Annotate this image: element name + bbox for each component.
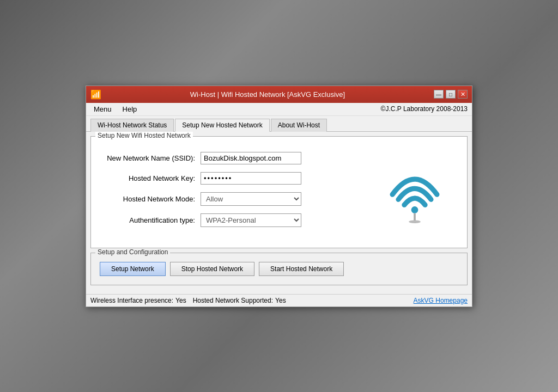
mode-label: Hosted Network Mode:: [100, 195, 201, 203]
auth-label: Authentification type:: [100, 216, 201, 224]
statusbar: Wireless Interface presence: Yes Hosted …: [86, 294, 472, 307]
tab-network-status[interactable]: Wi-Host Network Status: [90, 119, 174, 132]
menubar: Menu Help ©J.C.P Laboratory 2008-2013: [86, 103, 472, 116]
main-content: Setup New Wifi Hosted Network New Networ…: [86, 132, 472, 294]
svg-point-2: [409, 220, 421, 223]
hosted-supported-value: Yes: [275, 297, 286, 304]
mode-select[interactable]: Allow Disallow: [201, 192, 301, 206]
close-button[interactable]: ✕: [458, 90, 468, 99]
mode-row: Hosted Network Mode: Allow Disallow: [100, 192, 360, 206]
buttons-row: Setup Network Stop Hosted Network Start …: [100, 260, 458, 276]
password-label: Hosted Network Key:: [100, 174, 201, 182]
stop-hosted-network-button[interactable]: Stop Hosted Network: [170, 262, 254, 276]
menu-help[interactable]: Help: [119, 104, 141, 114]
wireless-presence-label: Wireless Interface presence:: [90, 297, 173, 304]
maximize-button[interactable]: □: [446, 90, 456, 99]
groupbox-title: Setup New Wifi Hosted Network: [95, 132, 193, 139]
hosted-supported-label: Hosted Network Supported:: [193, 297, 273, 304]
tab-about[interactable]: About Wi-Host: [271, 119, 327, 132]
minimize-button[interactable]: —: [434, 90, 444, 99]
start-hosted-network-button[interactable]: Start Hosted Network: [259, 262, 344, 276]
wifi-icon-area: [371, 152, 458, 235]
menu-menu[interactable]: Menu: [90, 104, 115, 114]
bottom-groupbox: Setup and Configuration Setup Network St…: [90, 253, 468, 285]
ssid-input[interactable]: [201, 152, 301, 164]
tab-setup-hosted[interactable]: Setup New Hosted Network: [175, 119, 269, 132]
password-row: Hosted Network Key:: [100, 172, 360, 185]
wireless-presence-value: Yes: [175, 297, 186, 304]
setup-network-button[interactable]: Setup Network: [100, 262, 166, 276]
form-area: New Network Name (SSID): Hosted Network …: [100, 143, 458, 239]
app-icon: 📶: [90, 89, 101, 100]
titlebar: 📶 Wi-Host | Wifi Hosted Network [AskVG E…: [86, 86, 472, 103]
svg-point-0: [411, 206, 418, 213]
bottom-groupbox-title: Setup and Configuration: [95, 248, 170, 256]
application-window: 📶 Wi-Host | Wifi Hosted Network [AskVG E…: [86, 85, 472, 307]
tab-bar: Wi-Host Network Status Setup New Hosted …: [86, 116, 472, 132]
form-fields: New Network Name (SSID): Hosted Network …: [100, 152, 360, 235]
password-input[interactable]: [201, 172, 301, 185]
ssid-label: New Network Name (SSID):: [100, 154, 201, 162]
auth-row: Authentification type: WPA2-Personal WPA…: [100, 213, 360, 227]
auth-select[interactable]: WPA2-Personal WPA-Personal: [201, 213, 301, 227]
ssid-row: New Network Name (SSID):: [100, 152, 360, 164]
wifi-icon: [385, 169, 445, 223]
askvg-homepage-link[interactable]: AskVG Homepage: [414, 297, 468, 304]
copyright-text: ©J.C.P Laboratory 2008-2013: [381, 105, 468, 113]
setup-groupbox: Setup New Wifi Hosted Network New Networ…: [90, 136, 468, 248]
window-title: Wi-Host | Wifi Hosted Network [AskVG Exc…: [106, 90, 429, 99]
window-controls: — □ ✕: [434, 90, 468, 99]
